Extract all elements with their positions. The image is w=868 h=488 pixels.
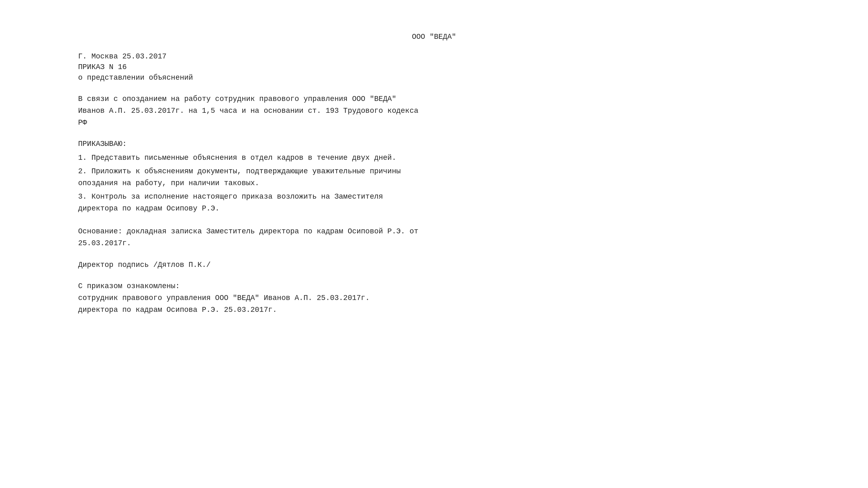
- title-text: ООО "ВЕДА": [412, 33, 456, 41]
- location-date: Г. Москва 25.03.2017: [78, 52, 790, 60]
- preamble-section: В связи с опозданием на работу сотрудник…: [78, 93, 790, 128]
- item-1: 1. Представить письменные объяснения в о…: [78, 152, 790, 164]
- order-section: ПРИКАЗЫВАЮ: 1. Представить письменные об…: [78, 140, 790, 214]
- item-3: 3. Контроль за исполнение настоящего при…: [78, 191, 790, 215]
- item-2: 2. Приложить к объяснениям документы, по…: [78, 166, 790, 189]
- order-subject: о представлении объяснений: [78, 74, 790, 82]
- osnovaniye: Основание: докладная записка Заместитель…: [78, 226, 790, 249]
- preamble: В связи с опозданием на работу сотрудник…: [78, 93, 790, 128]
- acquaintance-section: С приказом ознакомлены: сотрудник правов…: [78, 280, 790, 316]
- acquaintance-line-2: директора по кадрам Осипова Р.Э. 25.03.2…: [78, 304, 790, 316]
- acquaintance-line-1: сотрудник правового управления ООО "ВЕДА…: [78, 292, 790, 304]
- acquaintance-header: С приказом ознакомлены:: [78, 280, 790, 292]
- osnovaniye-section: Основание: докладная записка Заместитель…: [78, 226, 790, 249]
- signature-line: Директор подпись /Дятлов П.К./: [78, 261, 790, 269]
- order-number: ПРИКАЗ N 16: [78, 63, 790, 71]
- document-title: ООО "ВЕДА": [78, 33, 790, 41]
- prikazyvayu-label: ПРИКАЗЫВАЮ:: [78, 140, 790, 148]
- document: ООО "ВЕДА" Г. Москва 25.03.2017 ПРИКАЗ N…: [45, 16, 823, 332]
